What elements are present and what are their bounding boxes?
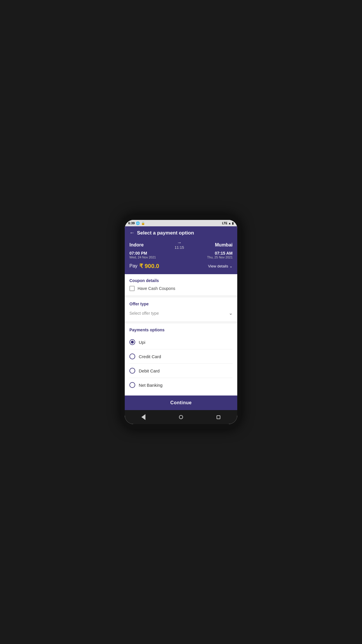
pay-label: Pay — [129, 263, 138, 269]
nav-recents-button[interactable] — [215, 413, 223, 421]
arrive-time: 07:15 AM — [207, 251, 233, 256]
view-details-chevron: ⌄ — [229, 264, 233, 268]
radio-net-banking — [129, 382, 135, 388]
pay-amount: ₹ 900.0 — [139, 262, 159, 270]
battery-icon: ▮ — [232, 222, 234, 225]
payment-option-net-banking[interactable]: Net Banking — [129, 378, 233, 392]
offer-section: Offer type Select offer type ⌄ — [125, 298, 237, 321]
app-body: Coupon details Have Cash Coupons Offer t… — [125, 274, 237, 396]
offer-type-chevron: ⌄ — [229, 310, 233, 316]
payment-option-debit-card[interactable]: Debit Card — [129, 364, 233, 378]
arrive-info: 07:15 AM Thu, 25 Nov 2021 — [207, 251, 233, 259]
offer-type-placeholder: Select offer type — [129, 311, 159, 316]
radio-upi — [129, 339, 135, 345]
destination-city: Mumbai — [215, 242, 233, 248]
arrive-date: Thu, 25 Nov 2021 — [207, 256, 233, 259]
nav-back-icon — [141, 414, 145, 420]
lock-icon: 🔒 — [141, 221, 145, 225]
coupon-section-title: Coupon details — [129, 278, 233, 283]
payment-section-title: Payments options — [129, 328, 233, 332]
status-bar: 6:39 🌐 🔒 LTE ▲ ▮ — [125, 220, 237, 226]
back-button[interactable]: ← — [129, 230, 135, 236]
cash-coupon-checkbox[interactable] — [129, 286, 135, 291]
radio-upi-inner — [131, 341, 134, 344]
pay-left: Pay ₹ 900.0 — [129, 262, 159, 270]
cash-coupon-checkbox-row[interactable]: Have Cash Coupons — [129, 286, 233, 291]
status-right: LTE ▲ ▮ — [222, 222, 234, 225]
origin-city: Indore — [129, 242, 144, 248]
nav-home-icon — [179, 415, 183, 419]
nav-home-button[interactable] — [177, 413, 185, 421]
world-icon: 🌐 — [136, 221, 140, 225]
payment-label-net-banking: Net Banking — [139, 383, 163, 388]
depart-time: 07:00 PM — [129, 251, 156, 256]
payment-option-credit-card[interactable]: Credit Card — [129, 349, 233, 364]
payment-label-debit-card: Debit Card — [139, 368, 160, 373]
route-center: → 11:15 — [175, 240, 184, 250]
app-header: ← Select a payment option Indore → 11:15… — [125, 226, 237, 274]
radio-debit-card — [129, 368, 135, 374]
radio-credit-card — [129, 354, 135, 359]
continue-button[interactable]: Continue — [125, 396, 237, 410]
view-details-button[interactable]: View details ⌄ — [208, 264, 233, 268]
offer-type-dropdown[interactable]: Select offer type ⌄ — [129, 309, 233, 317]
nav-recents-icon — [217, 415, 220, 419]
time-display: 6:39 — [128, 221, 135, 225]
coupon-section: Coupon details Have Cash Coupons — [125, 274, 237, 295]
depart-info: 07:00 PM Wed, 24 Nov 2021 — [129, 251, 156, 259]
depart-date: Wed, 24 Nov 2021 — [129, 256, 156, 259]
cash-coupon-label: Have Cash Coupons — [138, 286, 175, 291]
nav-back-button[interactable] — [139, 413, 147, 421]
payment-section: Payments options Upi Credit Card — [125, 323, 237, 396]
phone-screen: 6:39 🌐 🔒 LTE ▲ ▮ ← Select a payment opti… — [125, 220, 237, 424]
network-label: LTE — [222, 222, 227, 225]
header-title-row: ← Select a payment option — [129, 230, 233, 236]
status-left: 6:39 🌐 🔒 — [128, 221, 145, 225]
payment-option-upi[interactable]: Upi — [129, 335, 233, 349]
pay-row: Pay ₹ 900.0 View details ⌄ — [129, 262, 233, 270]
phone-shell: 6:39 🌐 🔒 LTE ▲ ▮ ← Select a payment opti… — [121, 215, 241, 429]
page-title: Select a payment option — [137, 230, 194, 236]
payment-label-upi: Upi — [139, 340, 145, 345]
offer-section-title: Offer type — [129, 302, 233, 306]
payment-label-credit-card: Credit Card — [139, 354, 161, 359]
app-content: ← Select a payment option Indore → 11:15… — [125, 226, 237, 410]
nav-bar — [125, 410, 237, 424]
signal-icon: ▲ — [228, 222, 231, 225]
route-row: Indore → 11:15 Mumbai — [129, 240, 233, 250]
route-time-row: 07:00 PM Wed, 24 Nov 2021 07:15 AM Thu, … — [129, 251, 233, 259]
view-details-label: View details — [208, 264, 228, 268]
route-duration: 11:15 — [175, 245, 184, 250]
route-arrow: → — [175, 240, 184, 245]
